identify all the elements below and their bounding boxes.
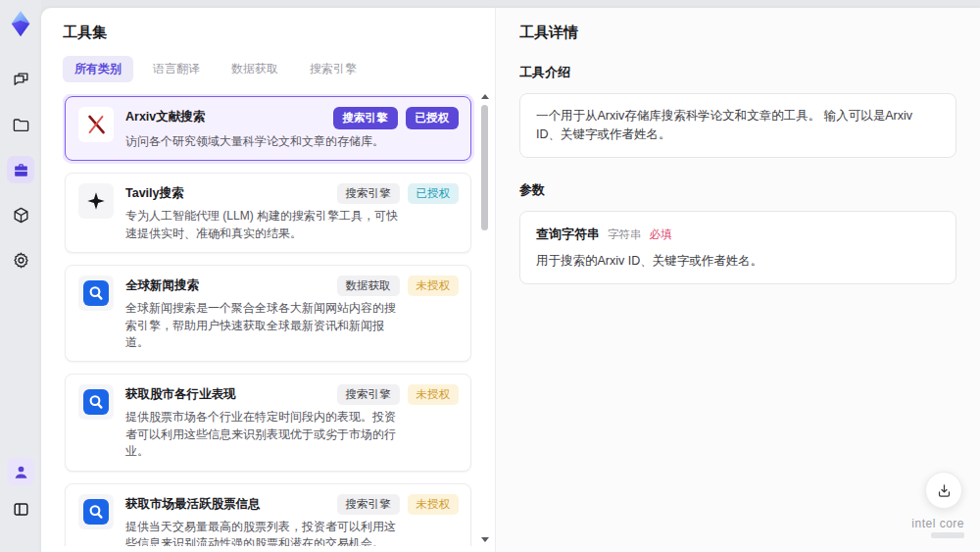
tools-list: Arxiv文献搜索 搜索引擎 已授权 访问各个研究领域大量科学论文和文章的存储库…	[63, 94, 495, 546]
tool-cards: Arxiv文献搜索 搜索引擎 已授权 访问各个研究领域大量科学论文和文章的存储库…	[63, 94, 473, 546]
tool-body: Arxiv文献搜索 搜索引擎 已授权 访问各个研究领域大量科学论文和文章的存储库…	[125, 107, 459, 150]
search-blue-icon	[78, 494, 114, 529]
tool-description: 全球新闻搜索是一个聚合全球各大新闻网站内容的搜索引擎，帮助用户快速获取全球最新资…	[125, 300, 404, 351]
scroll-down-arrow-icon[interactable]	[481, 537, 489, 542]
parameter-name: 查询字符串	[536, 226, 600, 243]
left-rail	[0, 0, 41, 552]
chat-icon[interactable]	[7, 66, 34, 93]
auth-status-badge: 未授权	[408, 494, 460, 515]
auth-status-badge: 已授权	[406, 107, 460, 129]
category-tag: 数据获取	[337, 276, 400, 296]
arxiv-icon	[78, 107, 114, 142]
download-button[interactable]	[925, 472, 962, 509]
parameter-head: 查询字符串 字符串 必填	[536, 226, 940, 243]
tool-body: 获取股市各行业表现 搜索引擎 未授权 提供股票市场各个行业在特定时间段内的表现。…	[125, 384, 459, 460]
tool-head: Arxiv文献搜索 搜索引擎 已授权	[125, 107, 459, 129]
scrollbar[interactable]	[480, 94, 490, 542]
tool-description: 专为人工智能代理 (LLM) 构建的搜索引擎工具，可快速提供实时、准确和真实的结…	[125, 208, 404, 242]
category-tabs: 所有类别语言翻译数据获取搜索引擎	[63, 56, 495, 82]
intel-core-logo: intel core	[911, 517, 964, 538]
panel-toggle-icon[interactable]	[7, 495, 34, 523]
search-blue-icon	[78, 276, 114, 311]
tab-3[interactable]: 搜索引擎	[298, 56, 368, 82]
tab-2[interactable]: 数据获取	[220, 56, 290, 82]
tavily-icon	[78, 183, 114, 219]
category-tag: 搜索引擎	[337, 384, 400, 405]
search-blue-icon	[78, 384, 114, 420]
toolbox-icon[interactable]	[7, 156, 34, 183]
scrollbar-thumb[interactable]	[481, 105, 488, 230]
auth-status-badge: 已授权	[408, 183, 460, 204]
user-profile-icon[interactable]	[7, 458, 34, 485]
auth-status-badge: 未授权	[408, 276, 460, 296]
tool-name: Arxiv文献搜索	[125, 107, 325, 125]
tool-name: Tavily搜索	[125, 183, 329, 202]
main-surface: 工具集 所有类别语言翻译数据获取搜索引擎 Arxiv文献搜索 搜索引擎 已授权 …	[41, 8, 980, 552]
parameter-card: 查询字符串 字符串 必填 用于搜索的Arxiv ID、关键字或作者姓名。	[519, 211, 956, 284]
auth-status-badge: 未授权	[408, 384, 460, 405]
settings-gear-icon[interactable]	[7, 246, 34, 274]
params-heading: 参数	[519, 181, 956, 199]
tool-tags: 数据获取 未授权	[337, 276, 460, 296]
tool-body: 获取市场最活跃股票信息 搜索引擎 未授权 提供当天交易量最高的股票列表，投资者可…	[125, 494, 459, 546]
folder-icon[interactable]	[7, 111, 34, 138]
category-tag: 搜索引擎	[337, 183, 400, 204]
tool-description: 访问各个研究领域大量科学论文和文章的存储库。	[125, 133, 419, 150]
tool-card[interactable]: 获取股市各行业表现 搜索引擎 未授权 提供股票市场各个行业在特定时间段内的表现。…	[65, 374, 471, 471]
tool-details-panel: 工具详情 工具介绍 一个用于从Arxiv存储库搜索科学论文和文章的工具。 输入可…	[495, 8, 980, 552]
tool-description: 提供股票市场各个行业在特定时间段内的表现。投资者可以利用这些信息来识别表现优于或…	[125, 409, 404, 460]
intro-text: 一个用于从Arxiv存储库搜索科学论文和文章的工具。 输入可以是Arxiv ID…	[519, 93, 956, 158]
scroll-up-arrow-icon[interactable]	[481, 94, 489, 99]
tool-tags: 搜索引擎 已授权	[337, 183, 460, 204]
tool-card[interactable]: Tavily搜索 搜索引擎 已授权 专为人工智能代理 (LLM) 构建的搜索引擎…	[65, 173, 471, 253]
tool-name: 获取股市各行业表现	[125, 384, 329, 403]
tool-head: 获取市场最活跃股票信息 搜索引擎 未授权	[125, 494, 459, 515]
parameter-type: 字符串	[608, 227, 642, 242]
tool-name: 全球新闻搜索	[125, 276, 329, 294]
intro-heading: 工具介绍	[519, 64, 956, 81]
app-window: 工具集 所有类别语言翻译数据获取搜索引擎 Arxiv文献搜索 搜索引擎 已授权 …	[0, 0, 980, 552]
tool-tags: 搜索引擎 未授权	[337, 494, 460, 515]
details-title: 工具详情	[519, 24, 956, 42]
tool-body: Tavily搜索 搜索引擎 已授权 专为人工智能代理 (LLM) 构建的搜索引擎…	[125, 183, 459, 242]
tool-tags: 搜索引擎 已授权	[333, 107, 460, 129]
tool-tags: 搜索引擎 未授权	[337, 384, 460, 405]
app-logo-icon[interactable]	[6, 9, 35, 38]
tool-head: Tavily搜索 搜索引擎 已授权	[125, 183, 459, 204]
parameter-description: 用于搜索的Arxiv ID、关键字或作者姓名。	[536, 253, 940, 270]
required-badge: 必填	[650, 227, 672, 242]
category-tag: 搜索引擎	[333, 107, 398, 129]
tool-description: 提供当天交易量最高的股票列表，投资者可以利用这些信息来识别流动性强的股票和潜在的…	[125, 519, 404, 546]
tool-card[interactable]: 获取市场最活跃股票信息 搜索引擎 未授权 提供当天交易量最高的股票列表，投资者可…	[65, 483, 471, 546]
cube-icon[interactable]	[7, 201, 34, 228]
tools-panel: 工具集 所有类别语言翻译数据获取搜索引擎 Arxiv文献搜索 搜索引擎 已授权 …	[41, 8, 495, 552]
tool-head: 获取股市各行业表现 搜索引擎 未授权	[125, 384, 459, 405]
tab-0[interactable]: 所有类别	[63, 56, 133, 82]
tool-card[interactable]: 全球新闻搜索 数据获取 未授权 全球新闻搜索是一个聚合全球各大新闻网站内容的搜索…	[65, 265, 471, 362]
tool-name: 获取市场最活跃股票信息	[125, 494, 329, 513]
tab-1[interactable]: 语言翻译	[141, 56, 212, 82]
tool-head: 全球新闻搜索 数据获取 未授权	[125, 276, 459, 296]
tool-body: 全球新闻搜索 数据获取 未授权 全球新闻搜索是一个聚合全球各大新闻网站内容的搜索…	[125, 276, 459, 351]
category-tag: 搜索引擎	[337, 494, 400, 515]
page-title: 工具集	[63, 24, 495, 42]
tool-card[interactable]: Arxiv文献搜索 搜索引擎 已授权 访问各个研究领域大量科学论文和文章的存储库…	[65, 96, 471, 161]
intel-logo-subtext	[931, 532, 964, 538]
